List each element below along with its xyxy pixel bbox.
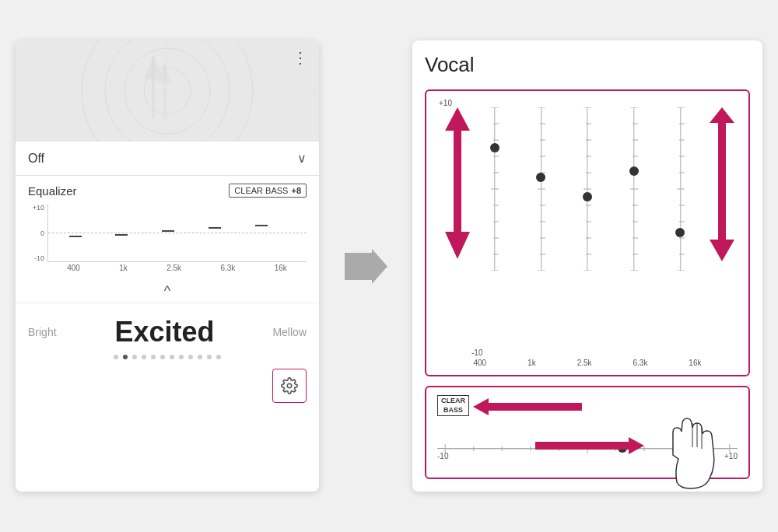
r-freq-1k: 1k <box>527 359 536 367</box>
slider-dot-5 <box>675 228 685 237</box>
dot-10 <box>198 355 202 359</box>
svg-rect-80 <box>535 442 629 450</box>
dots-row <box>114 355 221 359</box>
more-menu-icon[interactable]: ⋮ <box>293 48 308 67</box>
dot-12 <box>216 355 221 359</box>
dropdown-row: Off ∨ <box>16 142 319 176</box>
r-freq-6.3k: 6.3k <box>633 359 647 367</box>
r-freq-400: 400 <box>473 359 486 367</box>
eq-y-top: +10 <box>28 204 44 212</box>
r-freq-16k: 16k <box>689 359 701 367</box>
dropdown-arrow-icon[interactable]: ∨ <box>297 151 307 166</box>
sound-mode-row: Bright Excited Mellow <box>28 316 307 348</box>
dot-5 <box>151 355 156 359</box>
svg-point-10 <box>287 383 292 388</box>
eq-freq-labels: 400 1k 2.5k 6.3k 16k <box>47 264 307 272</box>
sound-mode-left: Bright <box>28 326 57 338</box>
dot-8 <box>179 355 184 359</box>
freq-16k: 16k <box>275 264 287 272</box>
freq-400: 400 <box>67 264 80 272</box>
arrow-container <box>342 249 389 284</box>
slider-col-3 <box>572 107 603 271</box>
eq-dash-2 <box>115 234 128 236</box>
phone-header-image: ⋮ <box>16 40 319 142</box>
freq-2.5k: 2.5k <box>166 264 181 272</box>
slider-dot-1 <box>490 143 499 152</box>
chevron-up-icon: ^ <box>164 283 170 299</box>
dot-11 <box>207 355 212 359</box>
dot-1 <box>114 355 118 359</box>
dot-9 <box>188 355 193 359</box>
tick-marks-5 <box>677 107 685 271</box>
sound-mode-center: Excited <box>114 316 214 348</box>
svg-rect-78 <box>489 403 582 411</box>
slider-col-1 <box>479 107 510 271</box>
sound-mode-section: Bright Excited Mellow <box>16 303 319 492</box>
equalizer-title: Equalizer <box>28 184 77 198</box>
svg-marker-17 <box>710 240 734 261</box>
eq-freq-labels-right: 400 1k 2.5k 6.3k 16k <box>437 357 738 367</box>
equalizer-section: Equalizer CLEAR BASS +8 +10 0 -10 <box>16 176 319 280</box>
svg-marker-81 <box>629 437 644 454</box>
direction-arrow <box>345 249 387 284</box>
tick-marks-4 <box>630 107 638 271</box>
sound-mode-right: Mellow <box>272 326 307 338</box>
eq-arrow-up <box>710 107 734 263</box>
gear-button-row <box>28 366 307 406</box>
slider-dot-3 <box>583 192 592 201</box>
freq-1k: 1k <box>119 264 128 272</box>
eq-bottom-label: -10 <box>471 348 482 357</box>
eq-sliders-panel: +10 <box>425 89 750 376</box>
slider-col-5 <box>664 107 696 271</box>
eq-y-bot: -10 <box>28 254 44 262</box>
cb-label: CLEAR BASS <box>437 395 469 416</box>
phone-panel: ⋮ Off ∨ Equalizer CLEAR BASS +8 +10 0 -1… <box>16 40 319 492</box>
hand-svg <box>663 404 725 490</box>
eq-top-label: +10 <box>439 99 452 107</box>
eq-dash-3 <box>162 230 174 232</box>
eq-y-mid: 0 <box>28 229 44 237</box>
svg-marker-79 <box>473 398 489 415</box>
chevron-up-row[interactable]: ^ <box>16 280 319 303</box>
clear-bass-value: +8 <box>291 186 301 195</box>
main-container: ⋮ Off ∨ Equalizer CLEAR BASS +8 +10 0 -1… <box>8 9 770 523</box>
slider-dot-4 <box>629 166 639 176</box>
dot-3 <box>132 355 137 359</box>
hand-icon <box>663 404 725 493</box>
tick-marks-1 <box>491 107 499 271</box>
dot-2-active <box>123 355 128 359</box>
cb-arrow-right <box>535 437 644 454</box>
dot-7 <box>170 355 174 359</box>
r-freq-2.5k: 2.5k <box>577 359 592 367</box>
svg-marker-7 <box>144 56 163 79</box>
clear-bass-label: CLEAR BASS <box>234 186 288 195</box>
eq-bottom-labels: -10 <box>437 348 738 357</box>
cb-arrow-left <box>473 398 582 415</box>
eq-dash-5 <box>255 225 268 226</box>
clear-bass-badge: CLEAR BASS +8 <box>229 184 307 198</box>
right-panel: Vocal +10 <box>412 40 762 492</box>
svg-marker-13 <box>445 232 470 259</box>
svg-marker-11 <box>345 249 387 284</box>
dot-6 <box>160 355 165 359</box>
eq-dash-4 <box>209 227 221 229</box>
dot-4 <box>142 355 146 359</box>
freq-6.3k: 6.3k <box>220 264 235 272</box>
slider-dot-2 <box>536 173 545 182</box>
eq-arrow-down <box>445 107 470 263</box>
vocal-title: Vocal <box>425 53 750 77</box>
slider-col-2 <box>525 107 556 271</box>
eq-top-label-row: +10 <box>437 99 738 107</box>
tick-marks-2 <box>538 107 545 271</box>
gear-button[interactable] <box>272 369 307 403</box>
gear-icon <box>281 377 298 394</box>
tick-marks-3 <box>584 107 591 271</box>
dropdown-label: Off <box>28 152 44 166</box>
clear-bass-panel: CLEAR BASS <box>425 386 750 479</box>
eq-header: Equalizer CLEAR BASS +8 <box>28 184 307 198</box>
svg-marker-16 <box>710 107 734 123</box>
eq-dash-1 <box>69 236 82 237</box>
svg-marker-14 <box>445 107 470 131</box>
slider-col-4 <box>619 107 650 271</box>
